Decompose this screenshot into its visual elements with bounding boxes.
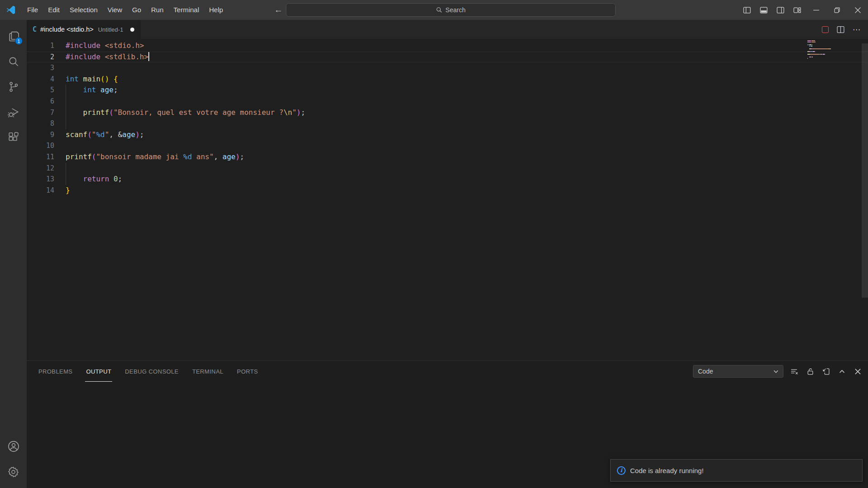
editor-scrollbar[interactable] xyxy=(862,43,868,298)
code-text: printf("bonsoir madame jai %d ans", age)… xyxy=(66,152,244,163)
close-panel-icon[interactable] xyxy=(853,366,863,376)
code-line-12[interactable]: 12 xyxy=(27,163,868,174)
toggle-secondary-sidebar-icon[interactable] xyxy=(772,0,789,20)
modified-dot-icon[interactable] xyxy=(130,28,134,32)
toggle-panel-icon[interactable] xyxy=(755,0,772,20)
code-line-8[interactable]: 8 xyxy=(27,118,868,129)
activity-bar: 1 xyxy=(0,20,27,488)
editor-tab[interactable]: C #include <stdio.h> Untitled-1 xyxy=(27,20,141,39)
line-number: 14 xyxy=(27,185,54,196)
menu-terminal[interactable]: Terminal xyxy=(169,3,204,17)
sidebar-item-extensions[interactable] xyxy=(0,125,27,150)
menu-view[interactable]: View xyxy=(103,3,127,17)
open-output-in-editor-icon[interactable] xyxy=(821,366,831,376)
close-icon[interactable] xyxy=(847,0,868,20)
panel-tab-problems[interactable]: PROBLEMS xyxy=(38,361,73,382)
code-text: scanf("%d", &age); xyxy=(66,129,144,141)
line-number: 4 xyxy=(27,74,54,85)
line-number: 3 xyxy=(27,62,54,74)
code-line-4[interactable]: 4int main() { xyxy=(27,74,868,85)
output-channel-select[interactable]: Code xyxy=(693,365,783,378)
settings-gear-icon xyxy=(7,466,19,478)
unlock-icon[interactable] xyxy=(805,366,815,376)
c-language-icon: C xyxy=(33,25,37,33)
code-text: return 0; xyxy=(66,174,122,185)
sidebar-item-source-control[interactable] xyxy=(0,74,27,99)
info-icon: i xyxy=(617,466,626,475)
menu-bar: FileEditSelectionViewGoRunTerminalHelp xyxy=(22,0,228,20)
split-editor-icon[interactable] xyxy=(837,26,844,33)
code-line-3[interactable]: 3 xyxy=(27,62,868,74)
line-number: 7 xyxy=(27,107,54,118)
line-number: 5 xyxy=(27,85,54,96)
code-text: } xyxy=(66,185,70,196)
panel-header: PROBLEMSOUTPUTDEBUG CONSOLETERMINALPORTS… xyxy=(27,361,868,382)
menu-go[interactable]: Go xyxy=(127,3,146,17)
panel-tab-debug-console[interactable]: DEBUG CONSOLE xyxy=(124,361,180,382)
indent-guide xyxy=(66,85,66,129)
code-line-13[interactable]: 13 return 0; xyxy=(27,174,868,185)
stop-code-run-icon[interactable] xyxy=(822,26,829,33)
panel-tab-terminal[interactable]: TERMINAL xyxy=(191,361,224,382)
code-editor[interactable]: 1#include <stdio.h>2#include <stdlib.h>3… xyxy=(27,39,868,360)
sidebar-item-run-and-debug[interactable] xyxy=(0,99,27,125)
vscode-window: FileEditSelectionViewGoRunTerminalHelp ←… xyxy=(0,0,868,488)
text-cursor xyxy=(148,52,149,61)
panel-tab-ports[interactable]: PORTS xyxy=(236,361,259,382)
toggle-primary-sidebar-icon[interactable] xyxy=(739,0,755,20)
code-content: 1#include <stdio.h>2#include <stdlib.h>3… xyxy=(27,39,868,196)
minimize-icon[interactable] xyxy=(806,0,826,20)
clear-output-icon[interactable] xyxy=(789,366,799,376)
line-number: 6 xyxy=(27,96,54,107)
search-icon xyxy=(8,56,19,67)
code-line-11[interactable]: 11printf("bonsoir madame jai %d ans", ag… xyxy=(27,152,868,163)
line-number: 8 xyxy=(27,118,54,129)
code-line-14[interactable]: 14} xyxy=(27,185,868,196)
notification-toast[interactable]: i Code is already running! xyxy=(610,459,863,482)
maximize-panel-icon[interactable] xyxy=(837,366,847,376)
indent-guide xyxy=(66,163,66,185)
code-text: int age; xyxy=(66,85,118,96)
code-line-10[interactable]: 10 xyxy=(27,140,868,152)
chevron-down-icon xyxy=(773,369,779,374)
output-channel-value: Code xyxy=(698,368,713,375)
code-line-9[interactable]: 9scanf("%d", &age); xyxy=(27,129,868,141)
menu-run[interactable]: Run xyxy=(146,3,169,17)
command-center-search[interactable]: Search xyxy=(286,3,616,17)
search-icon xyxy=(436,7,442,13)
code-line-2[interactable]: 2#include <stdlib.h> xyxy=(27,52,868,63)
run-and-debug-icon xyxy=(7,106,19,118)
code-text: #include <stdio.h> xyxy=(66,40,144,52)
customize-layout-icon[interactable] xyxy=(789,0,806,20)
tab-title: #include <stdio.h> xyxy=(40,26,94,33)
settings-button[interactable] xyxy=(0,459,27,484)
search-placeholder: Search xyxy=(446,6,465,14)
minimap[interactable] xyxy=(807,40,835,59)
sidebar-item-search[interactable] xyxy=(0,49,27,74)
panel-tab-bar: PROBLEMSOUTPUTDEBUG CONSOLETERMINALPORTS xyxy=(38,361,259,382)
line-number: 11 xyxy=(27,152,54,163)
source-control-icon xyxy=(8,81,19,93)
code-line-6[interactable]: 6 xyxy=(27,96,868,107)
panel-tab-output[interactable]: OUTPUT xyxy=(85,361,112,382)
sidebar-item-explorer[interactable]: 1 xyxy=(0,24,27,49)
line-number: 12 xyxy=(27,163,54,174)
title-bar: FileEditSelectionViewGoRunTerminalHelp ←… xyxy=(0,0,868,20)
menu-file[interactable]: File xyxy=(22,3,43,17)
restore-icon[interactable] xyxy=(826,0,847,20)
extensions-icon xyxy=(8,132,19,143)
editor-tab-bar: C #include <stdio.h> Untitled-1 ⋯ xyxy=(27,20,868,39)
menu-help[interactable]: Help xyxy=(204,3,228,17)
code-text: printf("Bonsoir, quel est votre age mons… xyxy=(66,107,305,118)
code-line-5[interactable]: 5 int age; xyxy=(27,85,868,96)
code-line-1[interactable]: 1#include <stdio.h> xyxy=(27,40,868,52)
menu-edit[interactable]: Edit xyxy=(43,3,65,17)
line-number: 13 xyxy=(27,174,54,185)
code-line-7[interactable]: 7 printf("Bonsoir, quel est votre age mo… xyxy=(27,107,868,118)
more-actions-icon[interactable]: ⋯ xyxy=(853,25,861,34)
account-button[interactable] xyxy=(0,434,27,459)
back-arrow-icon[interactable]: ← xyxy=(274,5,283,15)
vscode-logo xyxy=(6,5,16,15)
line-number: 2 xyxy=(27,52,54,63)
menu-selection[interactable]: Selection xyxy=(65,3,103,17)
